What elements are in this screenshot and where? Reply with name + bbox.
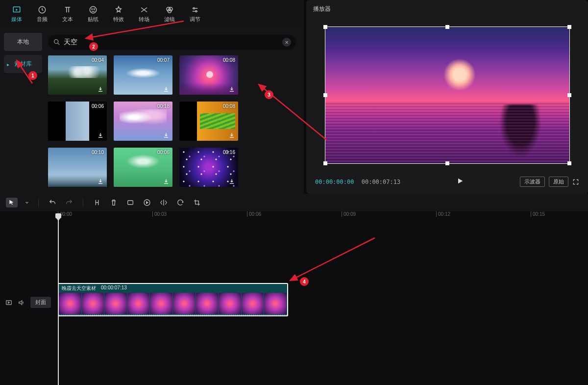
timeline-panel: 00:00 00:03 00:06 00:09 00:12 00:15 封面 晚…	[0, 194, 588, 385]
asset-thumb[interactable]: 00:16	[179, 148, 238, 187]
chevron-down-icon[interactable]	[24, 200, 29, 205]
clip-name: 晚霞去天空素材	[62, 285, 96, 292]
asset-thumb[interactable]: 00:08	[179, 102, 238, 141]
transition-icon	[131, 5, 157, 15]
svg-point-2	[90, 6, 97, 13]
callout-1: 1	[28, 71, 37, 80]
callout-2: 2	[89, 42, 98, 51]
sticker-icon	[80, 5, 106, 15]
search-icon	[53, 38, 61, 46]
time-ruler[interactable]: 00:00 00:03 00:06 00:09 00:12 00:15	[58, 211, 588, 222]
preview-panel: 播放器 00:00:00:00 00:00:07:13 示波器 原始	[306, 0, 588, 194]
download-icon[interactable]	[228, 132, 235, 139]
callout-3: 3	[265, 90, 273, 99]
asset-thumb[interactable]: 00:04	[48, 55, 107, 95]
download-icon[interactable]	[163, 178, 170, 185]
cover-button[interactable]: 封面	[30, 297, 51, 308]
svg-point-8	[193, 8, 195, 9]
rotate-button[interactable]	[175, 198, 185, 207]
svg-rect-11	[128, 201, 133, 205]
asset-thumb[interactable]: 00:10	[48, 148, 107, 187]
select-tool[interactable]	[6, 198, 18, 207]
svg-point-4	[94, 9, 95, 10]
svg-point-3	[92, 9, 93, 10]
download-icon[interactable]	[228, 178, 235, 185]
clear-search-button[interactable]: ✕	[282, 38, 291, 47]
tab-audio[interactable]: 音频	[29, 2, 55, 27]
asset-thumb[interactable]: 00:18	[114, 102, 172, 141]
visibility-icon[interactable]	[5, 299, 13, 307]
download-icon[interactable]	[163, 86, 170, 93]
original-button[interactable]: 原始	[549, 177, 568, 187]
play-button[interactable]	[456, 177, 464, 186]
asset-thumb[interactable]: 00:06	[114, 148, 172, 187]
download-icon[interactable]	[163, 132, 170, 139]
asset-thumb[interactable]: 00:06	[48, 102, 107, 141]
text-icon	[55, 5, 80, 15]
video-clip[interactable]: 晚霞去天空素材 00:00:07:13	[58, 283, 288, 316]
adjust-icon	[182, 5, 208, 15]
timeline-toolbar	[0, 194, 588, 211]
asset-thumb[interactable]: 00:07	[114, 55, 172, 95]
download-icon[interactable]	[97, 132, 104, 139]
preview-canvas[interactable]	[325, 26, 570, 164]
delete-button[interactable]	[109, 198, 119, 207]
callout-4: 4	[300, 277, 309, 286]
preview-title: 播放器	[306, 0, 588, 18]
effect-icon	[106, 5, 131, 15]
undo-button[interactable]	[48, 198, 57, 207]
timecode: 00:00:00:00 00:00:07:13	[315, 179, 400, 185]
tab-media[interactable]: 媒体	[4, 2, 29, 27]
tab-label: 媒体	[4, 16, 29, 23]
redo-button[interactable]	[64, 198, 74, 207]
tab-text[interactable]: 文本	[55, 2, 80, 27]
split-button[interactable]	[92, 198, 102, 207]
download-icon[interactable]	[97, 178, 104, 185]
mirror-button[interactable]	[159, 198, 169, 207]
speed-button[interactable]	[142, 198, 152, 207]
media-icon	[4, 5, 29, 15]
svg-point-9	[196, 11, 197, 12]
preview-image	[325, 27, 569, 163]
download-icon[interactable]	[228, 86, 235, 93]
freeze-button[interactable]	[125, 198, 135, 207]
oscilloscope-button[interactable]: 示波器	[520, 177, 545, 187]
fullscreen-icon[interactable]	[572, 179, 579, 185]
crop-button[interactable]	[192, 198, 202, 207]
side-tab-local[interactable]: 本地	[4, 33, 42, 51]
playhead[interactable]	[58, 213, 59, 385]
svg-point-10	[54, 40, 58, 44]
clip-duration: 00:00:07:13	[101, 285, 127, 292]
asset-thumb[interactable]: 00:08	[179, 55, 238, 95]
mute-icon[interactable]	[18, 299, 25, 307]
filter-icon	[157, 5, 182, 15]
audio-icon	[29, 5, 55, 15]
download-icon[interactable]	[97, 86, 104, 93]
